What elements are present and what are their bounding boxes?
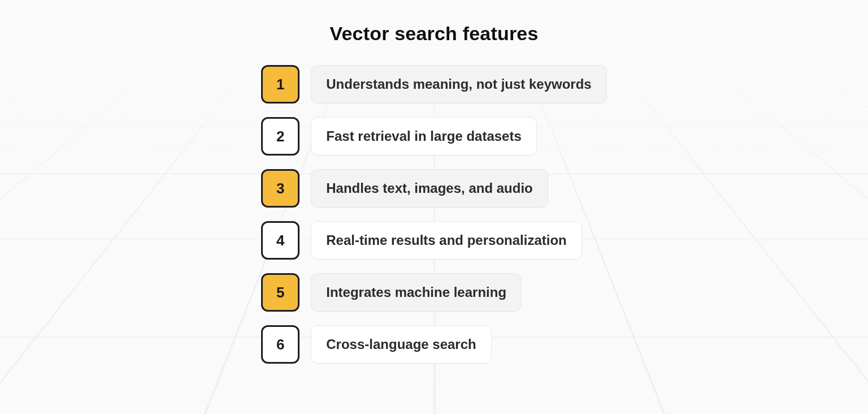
feature-label: Real-time results and personalization [326,232,566,248]
feature-list: 1 Understands meaning, not just keywords… [261,65,606,364]
feature-number-badge: 2 [261,117,300,156]
diagram-title: Vector search features [329,23,538,45]
feature-number-badge: 3 [261,169,300,208]
diagram-content: Vector search features 1 Understands mea… [0,0,868,364]
feature-card: Understands meaning, not just keywords [311,65,606,104]
feature-number-badge: 5 [261,273,300,312]
feature-row: 3 Handles text, images, and audio [261,169,548,208]
feature-number-badge: 4 [261,221,300,260]
feature-row: 4 Real-time results and personalization [261,221,581,260]
feature-card: Fast retrieval in large datasets [311,117,537,156]
feature-number-badge: 6 [261,325,300,364]
feature-row: 5 Integrates machine learning [261,273,522,312]
feature-number: 5 [276,284,284,301]
feature-label: Handles text, images, and audio [326,180,532,196]
feature-label: Fast retrieval in large datasets [326,128,522,144]
feature-number: 3 [276,180,284,197]
feature-number: 4 [276,232,284,249]
feature-number: 1 [276,76,284,93]
feature-row: 1 Understands meaning, not just keywords [261,65,606,104]
feature-card: Integrates machine learning [311,273,522,312]
feature-label: Understands meaning, not just keywords [326,76,591,92]
feature-number: 6 [276,336,284,353]
feature-row: 6 Cross-language search [261,325,491,364]
feature-card: Cross-language search [311,325,491,364]
feature-number: 2 [276,128,284,145]
feature-label: Cross-language search [326,337,476,352]
feature-row: 2 Fast retrieval in large datasets [261,117,537,156]
feature-number-badge: 1 [261,65,300,104]
feature-card: Real-time results and personalization [311,221,581,260]
feature-card: Handles text, images, and audio [311,169,548,208]
feature-label: Integrates machine learning [326,284,506,300]
diagram-stage: Vector search features 1 Understands mea… [0,0,868,414]
